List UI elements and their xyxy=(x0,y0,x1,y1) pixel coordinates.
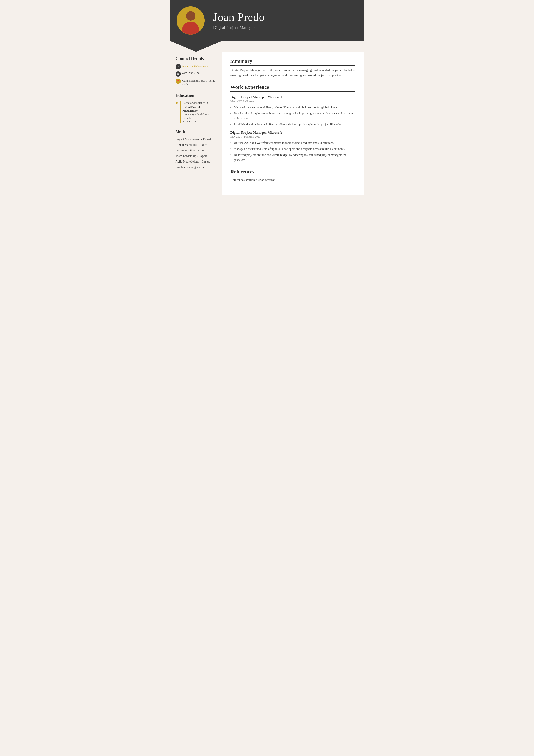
job-bullet: Developed and implemented innovative str… xyxy=(231,111,355,121)
education-bullet xyxy=(176,102,178,104)
skills-list: Project Management - ExpertDigital Marke… xyxy=(176,138,216,169)
phone-icon: ☎ xyxy=(176,71,181,76)
skills-section-title: Skills xyxy=(176,130,216,135)
chevron-divider xyxy=(170,41,222,52)
job-title: Digital Project Manager, Microsoft xyxy=(231,95,355,99)
header-text: Joan Predo Digital Project Manager xyxy=(213,11,265,30)
main-layout: Contact Details ✉ joanpredo@gmail.com ☎ … xyxy=(170,52,364,195)
references-title: References xyxy=(231,169,355,176)
contact-phone: (607) 786 4158 xyxy=(183,71,200,75)
location-icon: 📍 xyxy=(176,79,181,84)
email-icon: ✉ xyxy=(176,64,181,69)
job-bullet: Managed a distributed team of up to 40 d… xyxy=(231,147,355,151)
avatar xyxy=(177,7,205,35)
education-item: Bachelor of Science in Digital Project M… xyxy=(176,101,216,123)
skill-item: Agile Methodology - Expert xyxy=(176,160,216,163)
job-date: May 2021 - February 2023 xyxy=(231,135,355,138)
education-years: 2017 - 2021 xyxy=(183,120,216,123)
work-experience-title: Work Experience xyxy=(231,84,355,92)
candidate-title: Digital Project Manager xyxy=(213,25,265,30)
contact-email-item: ✉ joanpredo@gmail.com xyxy=(176,64,216,69)
contact-email: joanpredo@gmail.com xyxy=(183,64,208,68)
job-item-0: Digital Project Manager, MicrosoftMarch … xyxy=(231,95,355,127)
summary-text: Digital Project Manager with 8+ years of… xyxy=(231,68,355,78)
education-section: Education Bachelor of Science in Digital… xyxy=(176,93,216,123)
education-school: University of California, Berkeley xyxy=(183,113,216,120)
job-bullets: Managed the successful delivery of over … xyxy=(231,105,355,127)
job-bullet: Utilized Agile and Waterfall techniques … xyxy=(231,141,355,145)
work-experience-section: Work Experience Digital Project Manager,… xyxy=(231,84,355,162)
education-section-title: Education xyxy=(176,93,216,98)
main-content: Summary Digital Project Manager with 8+ … xyxy=(222,52,364,195)
candidate-name: Joan Predo xyxy=(213,11,265,23)
contact-section-title: Contact Details xyxy=(176,56,216,61)
job-date: March 2023 - Present xyxy=(231,100,355,103)
education-degree: Bachelor of Science in Digital Project M… xyxy=(183,101,216,113)
skill-item: Project Management - Expert xyxy=(176,138,216,141)
contact-phone-item: ☎ (607) 786 4158 xyxy=(176,71,216,76)
skill-item: Digital Marketing - Expert xyxy=(176,143,216,147)
contact-address: Carmellaburgh, 88271-1314, Utah xyxy=(183,79,216,87)
skills-section: Skills Project Management - ExpertDigita… xyxy=(176,130,216,169)
summary-section: Summary Digital Project Manager with 8+ … xyxy=(231,58,355,78)
references-section: References References available upon req… xyxy=(231,169,355,182)
jobs-list: Digital Project Manager, MicrosoftMarch … xyxy=(231,95,355,162)
skill-item: Communication - Expert xyxy=(176,149,216,152)
sidebar: Contact Details ✉ joanpredo@gmail.com ☎ … xyxy=(170,52,222,195)
skill-item: Team Leadership - Expert xyxy=(176,154,216,158)
summary-title: Summary xyxy=(231,58,355,66)
education-content: Bachelor of Science in Digital Project M… xyxy=(180,101,216,123)
contact-section: Contact Details ✉ joanpredo@gmail.com ☎ … xyxy=(176,56,216,87)
job-bullet: Delivered projects on time and within bu… xyxy=(231,153,355,162)
job-bullets: Utilized Agile and Waterfall techniques … xyxy=(231,141,355,163)
skill-item: Problem Solving - Expert xyxy=(176,166,216,169)
contact-address-item: 📍 Carmellaburgh, 88271-1314, Utah xyxy=(176,79,216,87)
job-item-1: Digital Project Manager, MicrosoftMay 20… xyxy=(231,131,355,163)
job-title: Digital Project Manager, Microsoft xyxy=(231,131,355,135)
job-bullet: Managed the successful delivery of over … xyxy=(231,105,355,110)
header: Joan Predo Digital Project Manager xyxy=(170,0,364,41)
job-bullet: Established and maintained effective cli… xyxy=(231,122,355,127)
references-text: References available upon request xyxy=(231,178,355,182)
